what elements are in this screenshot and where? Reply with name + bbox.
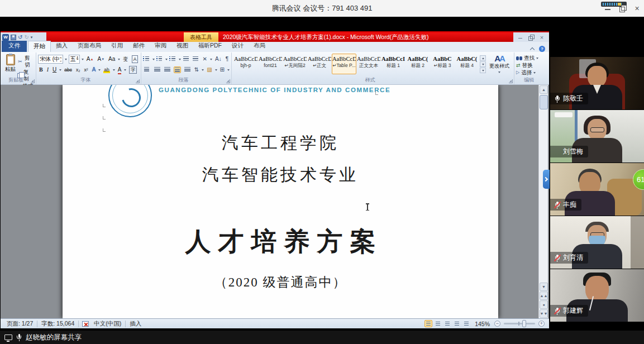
- outline-view-icon[interactable]: [453, 320, 461, 327]
- superscript-button[interactable]: x²: [83, 66, 89, 73]
- font-dialog-launcher[interactable]: [136, 79, 140, 83]
- participant-tile[interactable]: 郭建辉: [550, 269, 644, 322]
- language-indicator[interactable]: 中文(中国): [90, 320, 125, 328]
- change-styles-button[interactable]: AA 更改样式: [486, 54, 512, 74]
- redo-icon[interactable]: ↻: [24, 35, 28, 40]
- ribbon-tab[interactable]: 引用: [106, 41, 128, 52]
- show-marks-icon[interactable]: ¶: [225, 55, 230, 63]
- zoom-level[interactable]: 145%: [472, 321, 493, 327]
- insert-mode[interactable]: 插入: [126, 320, 145, 328]
- style-item[interactable]: AaBbCcDd ↵正文: [307, 54, 332, 74]
- style-item[interactable]: AaBbCcDd font21: [258, 54, 283, 74]
- save-icon[interactable]: [11, 35, 16, 40]
- asian-layout-icon[interactable]: ✕: [202, 55, 208, 63]
- font-color-button[interactable]: A: [117, 66, 123, 73]
- style-item[interactable]: AaBbC ↵标题 3: [430, 54, 455, 74]
- draft-view-icon[interactable]: [462, 320, 470, 327]
- align-center-icon[interactable]: [154, 66, 161, 73]
- underline-button[interactable]: U: [51, 66, 58, 73]
- ribbon-tab[interactable]: 视图: [171, 41, 193, 52]
- ribbon-tab[interactable]: 邮件: [128, 41, 150, 52]
- align-left-icon[interactable]: [144, 66, 151, 73]
- page-indicator[interactable]: 页面: 1/27: [3, 320, 37, 328]
- style-item[interactable]: AaBbCcDdl ↵Table P...: [332, 54, 356, 74]
- find-button[interactable]: 查找: [516, 55, 547, 61]
- decrease-indent-icon[interactable]: [183, 55, 189, 63]
- increase-indent-icon[interactable]: [192, 55, 199, 63]
- justify-icon[interactable]: [174, 66, 181, 73]
- ribbon-tab[interactable]: 开始: [28, 41, 51, 52]
- print-layout-view-icon[interactable]: [424, 320, 432, 327]
- ribbon-tab[interactable]: 审阅: [150, 41, 171, 52]
- style-gallery-more-icon[interactable]: [480, 68, 486, 73]
- ribbon-tab[interactable]: 文件: [2, 41, 27, 52]
- style-item[interactable]: AaBbC( 标题 2: [406, 54, 430, 74]
- style-item[interactable]: AaBbC( 标题 4: [455, 54, 479, 74]
- style-item[interactable]: AaBbCcD bjh-p: [233, 54, 258, 74]
- participant-tile[interactable]: 刘雪梅: [550, 110, 644, 163]
- ribbon-tab[interactable]: 插入: [51, 41, 73, 52]
- ribbon-tab[interactable]: 布局: [249, 41, 270, 52]
- clipboard-dialog-launcher[interactable]: [31, 79, 35, 83]
- qat-dropdown-icon[interactable]: ▾: [31, 35, 33, 40]
- multilevel-list-icon[interactable]: [169, 55, 176, 63]
- scroll-down-icon[interactable]: ▼: [540, 283, 548, 291]
- document-page[interactable]: GUANGDONG POLYTECHNIC OF INDUSTRY AND CO…: [63, 85, 498, 318]
- font-size-combo[interactable]: 五号: [69, 55, 80, 64]
- next-page-icon[interactable]: ▼▼: [540, 309, 548, 318]
- scroll-up-icon[interactable]: ▲: [540, 85, 548, 94]
- paragraph-dialog-launcher[interactable]: [226, 79, 230, 83]
- vertical-scrollbar[interactable]: ▲ ▼ ▲▲ ● ▼▼: [538, 85, 548, 318]
- undo-icon[interactable]: ↺: [18, 35, 22, 40]
- participant-tile[interactable]: 陈敬壬: [550, 57, 644, 109]
- close-button[interactable]: ×: [633, 5, 641, 12]
- strikethrough-button[interactable]: abc: [63, 66, 73, 73]
- style-gallery-up-icon[interactable]: [480, 55, 486, 61]
- text-effects-button[interactable]: A: [91, 66, 97, 73]
- grow-font-button[interactable]: A▲: [85, 56, 95, 63]
- web-layout-view-icon[interactable]: [443, 320, 451, 327]
- style-item[interactable]: AaBbCcDd ↵无间隔2: [283, 54, 307, 74]
- character-shading-button[interactable]: 字: [128, 66, 138, 74]
- sort-icon[interactable]: A↓: [214, 55, 223, 63]
- word-close-button[interactable]: ×: [539, 35, 545, 40]
- word-count[interactable]: 字数: 15,064: [37, 320, 78, 328]
- ribbon-tab[interactable]: 设计: [227, 41, 249, 52]
- line-spacing-icon[interactable]: ⇅: [193, 66, 200, 74]
- style-item[interactable]: AaBbCcI 标题 1: [381, 54, 406, 74]
- bullet-list-icon[interactable]: [143, 55, 150, 63]
- character-border-button[interactable]: A: [131, 55, 139, 63]
- word-minimize-button[interactable]: [518, 35, 523, 40]
- styles-dialog-launcher[interactable]: [509, 79, 513, 83]
- restore-button[interactable]: [619, 5, 626, 12]
- italic-button[interactable]: I: [46, 66, 50, 73]
- minimize-button[interactable]: [604, 5, 612, 12]
- sidebar-expand-button[interactable]: [543, 170, 550, 189]
- ribbon-tab[interactable]: 页面布局: [73, 41, 106, 52]
- select-browse-object-icon[interactable]: ●: [540, 300, 548, 309]
- change-case-button[interactable]: Aa: [107, 56, 116, 63]
- participant-tile[interactable]: 丰痴 61: [550, 163, 644, 216]
- word-logo-icon[interactable]: W: [2, 34, 9, 41]
- subscript-button[interactable]: x₂: [75, 66, 82, 73]
- distribute-icon[interactable]: [184, 66, 191, 73]
- fullscreen-view-icon[interactable]: [434, 320, 442, 327]
- style-item[interactable]: AaBbCcDdl 正文文本: [356, 54, 381, 74]
- zoom-slider-thumb[interactable]: [522, 320, 526, 327]
- document-canvas[interactable]: GUANGDONG POLYTECHNIC OF INDUSTRY AND CO…: [1, 85, 549, 318]
- cut-button[interactable]: ✂剪切: [17, 55, 34, 68]
- numbered-list-icon[interactable]: [156, 55, 163, 63]
- zoom-slider[interactable]: [504, 323, 535, 324]
- scrollbar-thumb[interactable]: [540, 95, 548, 109]
- zoom-in-button[interactable]: +: [538, 321, 545, 327]
- participant-tile[interactable]: 刘育清: [550, 216, 644, 269]
- zoom-out-button[interactable]: −: [494, 321, 500, 327]
- style-gallery-down-icon[interactable]: [480, 61, 486, 67]
- previous-page-icon[interactable]: ▲▲: [540, 292, 548, 300]
- spellcheck-icon[interactable]: [82, 321, 89, 327]
- shrink-font-button[interactable]: A▼: [96, 56, 106, 63]
- word-restore-button[interactable]: [528, 35, 534, 40]
- borders-icon[interactable]: ⊞: [219, 66, 226, 74]
- help-icon[interactable]: ?: [539, 46, 545, 52]
- align-right-icon[interactable]: [164, 66, 171, 73]
